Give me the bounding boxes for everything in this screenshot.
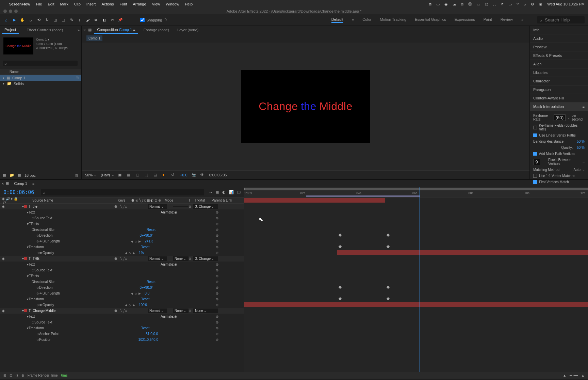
edit-menu[interactable]: Edit [48, 2, 54, 6]
timeline-search[interactable] [41, 189, 204, 195]
add-vertices-checkbox[interactable] [533, 152, 537, 156]
property-row[interactable]: ▾Effects⊚ [0, 273, 244, 279]
mask-icon[interactable]: ▢ [136, 173, 141, 177]
toggle-in-out-icon[interactable]: {} [16, 374, 18, 377]
pickwhip-icon[interactable]: ⊚ [216, 338, 218, 342]
property-row[interactable]: ⊙ Source Text⊚ [0, 215, 244, 221]
actions-menu[interactable]: Actions [101, 2, 114, 6]
snapping-checkbox[interactable] [140, 18, 145, 22]
property-row[interactable]: ▾TextAnimate:◉⊚ [0, 209, 244, 215]
pickwhip-icon[interactable]: ⊚ [216, 245, 218, 249]
snapping-options-icon[interactable]: ⚐ [164, 18, 167, 22]
keyframe-diamond[interactable] [338, 234, 342, 237]
close-window-icon[interactable] [3, 10, 7, 13]
property-track[interactable] [244, 307, 588, 313]
interpret-footage-icon[interactable]: ▦ [3, 173, 6, 177]
puppet-tool-icon[interactable]: 📌 [118, 17, 123, 23]
stopwatch-icon[interactable]: ⊙ [36, 303, 39, 307]
property-track[interactable] [244, 238, 588, 244]
orbit-tool-icon[interactable]: ⟲ [36, 17, 42, 23]
matching-dropdown[interactable]: Auto [573, 168, 581, 172]
home-icon[interactable]: ⌂ [3, 17, 9, 23]
draft3d-icon[interactable]: ▢ [237, 190, 241, 194]
pixels-between-input[interactable] [533, 159, 540, 165]
property-track[interactable] [244, 267, 588, 273]
source-name-header[interactable]: Source Name [22, 199, 118, 202]
zoom-dropdown[interactable]: 50% ⌵ [85, 173, 97, 177]
workspace-default[interactable]: Default [331, 17, 343, 23]
keyframe-diamond[interactable] [387, 245, 390, 249]
panel-align[interactable]: Align [530, 60, 588, 68]
graph-icon[interactable]: ⩩ [39, 251, 43, 255]
trkmat-dropdown[interactable]: None ⌵ [173, 256, 189, 261]
status-icon-3[interactable]: ▭ [477, 2, 480, 6]
property-row[interactable]: ⊙ Direction0x+90.0°⊚ [0, 233, 244, 238]
graph-icon[interactable]: ⩩ [39, 291, 43, 295]
use-linear-checkbox[interactable] [533, 133, 537, 137]
property-track[interactable] [244, 221, 588, 226]
zoom-window-icon[interactable] [14, 10, 18, 13]
pickwhip-icon[interactable]: ⊚ [216, 280, 218, 284]
timeline-tab-menu-icon[interactable]: ≡ [32, 181, 34, 186]
pickwhip-icon[interactable]: ⊚ [216, 216, 218, 220]
layer-header[interactable]: ◉ ▾ T the ⬢ ╲ ƒx Normal ⌵ ⊚ 3. Change ⌵ [0, 204, 244, 209]
stopwatch-icon[interactable]: ⊙ [36, 251, 39, 255]
roto-tool-icon[interactable]: ✂ [110, 17, 115, 23]
parent-dropdown[interactable]: 3. Change ⌵ [193, 204, 218, 209]
brush-tool-icon[interactable]: 🖌 [85, 17, 91, 23]
property-track[interactable] [244, 209, 588, 215]
parent-dropdown[interactable]: 3. Change ⌵ [193, 256, 218, 261]
timemachine-icon[interactable]: ↺ [501, 2, 504, 6]
keyframe-navigator[interactable]: ◀ ◇ ▶ [125, 251, 135, 255]
pickwhip-icon[interactable]: ⊚ [216, 286, 218, 289]
workspace-review[interactable]: Review [501, 17, 513, 23]
current-timecode[interactable]: 0:00:06:06 [3, 189, 34, 195]
property-row[interactable]: ⊙ ⩩ Blur Length◀ ◇ ▶241.3⊚ [0, 238, 244, 244]
property-value[interactable]: 100% [139, 303, 180, 307]
property-row[interactable]: ▾TextAnimate:◉⊚ [0, 314, 244, 319]
viewer-pin-icon[interactable]: ▦ [88, 28, 92, 32]
project-item-comp1[interactable]: ▸ ▦ Comp 1 ⊞ [0, 75, 81, 81]
new-comp-icon[interactable]: ▦ [18, 173, 21, 177]
search-help[interactable]: ⌕ [537, 16, 585, 23]
font-menu[interactable]: Font [119, 2, 127, 6]
bpc-toggle[interactable]: 16 bpc [24, 173, 36, 177]
property-track[interactable] [244, 325, 588, 331]
show-snapshot-icon[interactable]: 👁 [200, 173, 205, 177]
stopwatch-icon[interactable]: ⊙ [36, 292, 39, 295]
viewer-lock-icon[interactable]: × [83, 28, 85, 32]
playhead[interactable] [420, 187, 420, 372]
workspace-menu-icon[interactable]: ≡ [352, 17, 354, 23]
property-row[interactable]: ⊙ Direction0x+90.0°⊚ [0, 285, 244, 290]
workspace-expressions[interactable]: Expressions [455, 17, 475, 23]
pickwhip-icon[interactable]: ⊚ [216, 291, 218, 295]
exposure-value[interactable]: +0.0 [180, 173, 187, 177]
shy-icon[interactable]: ⊸ [209, 190, 212, 194]
bluetooth-icon[interactable]: ⵘ [493, 2, 496, 6]
status-icon-4[interactable]: ◎ [485, 2, 488, 6]
screenrecord-icon[interactable]: ⧉ [429, 2, 431, 6]
keyframe-navigator[interactable]: ◀ ◇ ▶ [131, 292, 141, 295]
property-track[interactable] [244, 296, 588, 302]
trkmat-dropdown[interactable] [173, 206, 189, 207]
graph-icon[interactable]: ⩩ [39, 239, 43, 243]
stopwatch-icon[interactable]: ⊙ [32, 269, 34, 272]
property-track[interactable] [244, 244, 588, 250]
animate-menu-icon[interactable]: ◉ [174, 210, 177, 214]
new-folder-icon[interactable]: 📁 [10, 173, 14, 177]
workspace-color[interactable]: Color [362, 17, 371, 23]
zoom-tool-icon[interactable]: ⌕ [28, 17, 33, 23]
rotate-tool-icon[interactable]: ↻ [44, 17, 50, 23]
dropdown-arrow-icon[interactable]: ⌵ [583, 160, 585, 164]
clone-tool-icon[interactable]: ⧉ [93, 17, 99, 23]
property-track[interactable] [244, 255, 588, 261]
timeline-tab-comp1[interactable]: Comp 1 [11, 180, 31, 187]
panel-libraries[interactable]: Libraries [530, 68, 588, 77]
property-track[interactable] [244, 273, 588, 279]
status-icon-1[interactable]: ◉ [444, 2, 448, 6]
property-row[interactable]: ▾TransformReset⊚ [0, 244, 244, 250]
project-tab[interactable]: Project [2, 26, 19, 34]
property-value[interactable]: Reset [147, 280, 187, 284]
project-search[interactable]: ⌕ [3, 61, 78, 66]
property-row[interactable]: ▾TransformReset⊚ [0, 296, 244, 302]
